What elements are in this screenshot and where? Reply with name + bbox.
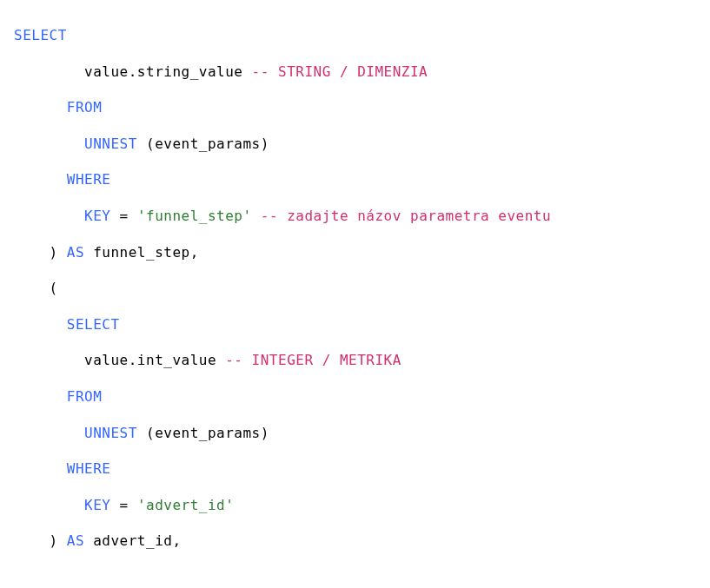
- paren-close: ): [50, 244, 67, 261]
- unnest-args: (event_params): [137, 135, 269, 152]
- unnest-args: (event_params): [137, 425, 269, 441]
- keyword-as: AS: [67, 244, 84, 261]
- keyword-from: FROM: [67, 99, 103, 116]
- alias: advert_id,: [84, 532, 181, 549]
- comment: -- STRING / DIMENZIA: [252, 63, 428, 80]
- keyword-as: AS: [67, 532, 84, 549]
- comment: -- zadajte názov parametra eventu: [252, 208, 552, 224]
- string-literal: 'advert_id': [137, 497, 234, 513]
- operator-eq: =: [110, 208, 136, 224]
- paren-open: (: [50, 280, 58, 296]
- keyword-unnest: UNNEST: [84, 425, 137, 441]
- keyword-key: KEY: [84, 497, 110, 513]
- keyword-from: FROM: [67, 388, 103, 405]
- paren-close: ): [50, 532, 67, 549]
- alias: funnel_step,: [84, 244, 199, 261]
- keyword-select: SELECT: [14, 27, 67, 43]
- keyword-key: KEY: [84, 208, 110, 224]
- keyword-where: WHERE: [67, 171, 111, 188]
- keyword-where: WHERE: [67, 460, 111, 477]
- keyword-unnest: UNNEST: [84, 135, 137, 152]
- string-literal: 'funnel_step': [137, 208, 252, 224]
- expression: value.string_value: [84, 63, 242, 80]
- keyword-select: SELECT: [67, 316, 120, 333]
- expression: value.int_value: [84, 352, 216, 368]
- operator-eq: =: [110, 497, 136, 513]
- sql-code-block: SELECT value.string_value -- STRING / DI…: [14, 17, 696, 559]
- comment: -- INTEGER / METRIKA: [225, 352, 401, 368]
